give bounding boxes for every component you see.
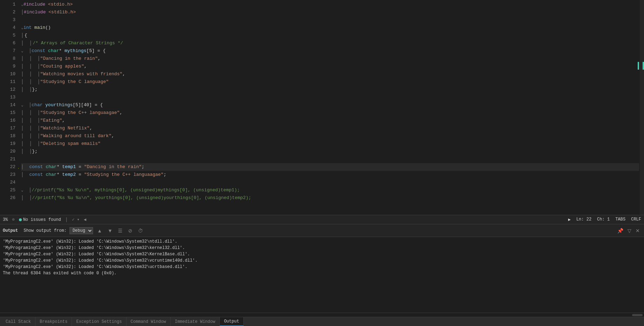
show-output-label: Show output from: <box>24 228 66 233</box>
output-toolbar: Output Show output from: Debug ▲ ▼ ☰ ⊘ ⏱… <box>0 224 644 237</box>
output-line: 'MyProgramingC2.exe' (Win32): Loaded 'C:… <box>3 238 641 245</box>
code-line: │ │}; <box>21 148 639 155</box>
code-line <box>21 179 639 186</box>
bottom-tabs: Call Stack Breakpoints Exception Setting… <box>0 317 644 326</box>
code-line: │ │ │"Couting apples", <box>21 63 639 70</box>
output-source-select[interactable]: Debug <box>70 227 93 234</box>
tab-output[interactable]: Output <box>220 317 244 326</box>
nav-arrow: ◀ <box>84 217 86 222</box>
code-line <box>21 155 639 163</box>
code-line: │ │}; <box>21 86 639 94</box>
minimap-marker <box>643 62 644 70</box>
tab-command-window[interactable]: Command Window <box>126 317 171 326</box>
output-wrap-btn[interactable]: ☰ <box>117 227 124 234</box>
code-line: │#include <stdlib.h> <box>21 8 639 16</box>
code-line: ⌄ │//printf("%s %u %u\n", mythings[0], (… <box>21 186 639 194</box>
code-line: ⌄ │const char* mythings[5] = { <box>21 47 639 55</box>
editor-area: 12345 678910 1112131415 1617181920 21 22… <box>0 0 644 224</box>
output-line: The thread 6304 has exited with code 0 (… <box>3 270 641 276</box>
debug-arrow-icon: ▶ <box>18 165 19 172</box>
code-line <box>21 16 639 24</box>
tab-breakpoints[interactable]: Breakpoints <box>35 317 72 326</box>
code-line: │{ <box>21 32 639 39</box>
panel-collapse-btn[interactable]: ▽ <box>626 227 633 234</box>
code-line: │ │ │"Deleting spam emails" <box>21 140 639 148</box>
col-number: Ch: 1 <box>597 217 610 222</box>
output-panel-title: Output <box>3 228 18 233</box>
no-issues: No issues found <box>19 217 61 222</box>
status-dot <box>19 218 22 221</box>
line-number: Ln: 22 <box>576 217 591 222</box>
output-content: 'MyProgramingC2.exe' (Win32): Loaded 'C:… <box>0 237 644 313</box>
status-bar: 3% ⊙ No issues found │ ✓ ▾ ◀ ▶ Ln: 22 Ch… <box>0 215 644 224</box>
code-container: 12345 678910 1112131415 1617181920 21 22… <box>0 0 644 215</box>
line-ending: CRLF <box>631 217 641 222</box>
output-line: 'MyProgramingC2.exe' (Win32): Loaded 'C:… <box>3 245 641 251</box>
output-down-btn[interactable]: ▼ <box>106 227 114 234</box>
output-clear-btn[interactable]: ⊘ <box>127 227 134 234</box>
code-line: │ │ │"Watching movies with friends", <box>21 70 639 78</box>
code-line: │ │ │"Watching Netflix", <box>21 124 639 132</box>
code-line: │ │ │"Walking around till dark", <box>21 132 639 140</box>
code-line: │ │ │"Dancing in the rain", <box>21 55 639 63</box>
code-content[interactable]: ⌄#include <stdio.h> │#include <stdlib.h>… <box>18 0 639 215</box>
code-line: │ │ │"Eating", <box>21 117 639 124</box>
panel-controls: 📌 ▽ ✕ <box>616 227 641 234</box>
output-line: 'MyProgramingC2.exe' (Win32): Loaded 'C:… <box>3 251 641 257</box>
output-panel: Output Show output from: Debug ▲ ▼ ☰ ⊘ ⏱… <box>0 224 644 326</box>
status-right: ▶ Ln: 22 Ch: 1 TABS CRLF <box>568 217 641 222</box>
line-numbers: 12345 678910 1112131415 1617181920 21 22… <box>0 0 18 215</box>
scrollbar[interactable] <box>639 0 644 215</box>
status-icon: ⊙ <box>12 217 14 222</box>
output-scrollbar[interactable] <box>0 313 644 317</box>
zoom-level: 3% <box>3 217 8 222</box>
tab-call-stack[interactable]: Call Stack <box>1 317 35 326</box>
pipe-sep: │ <box>65 217 68 222</box>
output-clock-btn[interactable]: ⏱ <box>137 227 144 234</box>
tab-type: TABS <box>615 217 625 222</box>
code-line: │ │ │"Studying the C++ languaagae", <box>21 109 639 117</box>
code-line: │ const char* temp2 = "Studying the C++ … <box>21 171 639 179</box>
code-line: │ │/* Arrays of Character Strings */ <box>21 39 639 47</box>
code-line: │ │//printf("%s %u %u\n", yourthings[0],… <box>21 194 639 202</box>
output-line: 'MyProgramingC2.exe' (Win32): Loaded 'C:… <box>3 264 641 270</box>
tab-immediate-window[interactable]: Immediate Window <box>171 317 220 326</box>
panel-close-btn[interactable]: ✕ <box>634 227 641 234</box>
panel-pin-btn[interactable]: 📌 <box>616 227 625 234</box>
output-line: 'MyProgramingC2.exe' (Win32): Loaded 'C:… <box>3 257 641 264</box>
play-icon[interactable]: ▶ <box>568 217 571 222</box>
code-line: ⌄int main() <box>21 24 639 32</box>
minimap <box>640 0 644 215</box>
tab-exception-settings[interactable]: Exception Settings <box>72 317 126 326</box>
check-icon: ✓ ▾ <box>72 217 80 222</box>
output-scroll-thumb[interactable] <box>632 314 643 316</box>
code-line-active: ▶ │ const char* temp1 = "Dancing in the … <box>21 163 639 171</box>
code-line: │ │ │"Studying the C language" <box>21 78 639 86</box>
code-line: ⌄#include <stdio.h> <box>21 1 639 8</box>
output-up-btn[interactable]: ▲ <box>96 227 104 234</box>
code-line: ⌄ │char yourthings[5][40] = { <box>21 101 639 109</box>
code-line <box>21 94 639 101</box>
